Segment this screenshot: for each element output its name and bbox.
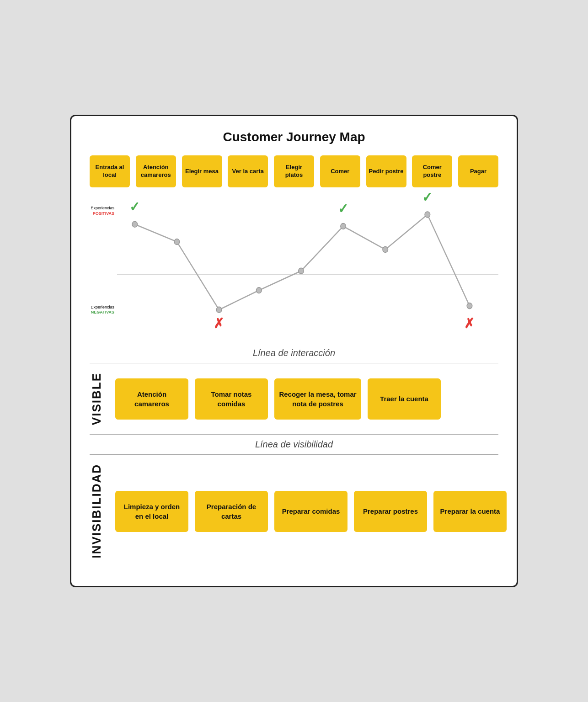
invisible-card-4: Preparar la cuenta [433,491,507,532]
chart-area: ✓ ✓ ✓ ✗ ✗ [117,187,498,343]
visible-card-3: Traer la cuenta [368,378,441,420]
svg-text:✗: ✗ [464,316,474,331]
stage-8: Pagar [458,155,498,187]
invisible-card-1: Preparación de cartas [195,491,268,532]
svg-point-8 [425,212,430,218]
stage-1: Atención camareros [136,155,176,187]
svg-point-7 [383,247,388,253]
svg-point-2 [174,239,180,245]
visibility-line-label: Línea de visibilidad [85,435,503,454]
visible-card-2: Recoger la mesa, tomar nota de postres [274,378,361,420]
invisible-cards-row: Limpieza y orden en el local Preparación… [115,491,507,532]
stage-2: Elegir mesa [182,155,222,187]
svg-point-1 [132,222,138,228]
stage-5: Comer [320,155,360,187]
stage-6: Pedir postre [366,155,406,187]
svg-point-3 [216,307,222,313]
interaction-line-label: Línea de interacción [85,343,503,363]
svg-point-9 [467,303,472,309]
visible-card-0: Atención camareros [115,378,188,420]
invisible-section: INVISIBILIDAD Limpieza y orden en el loc… [85,455,503,568]
positive-label: Experiencias POSITIVAS [90,206,117,216]
svg-point-6 [341,223,346,229]
svg-text:✓: ✓ [129,199,139,214]
stage-3: Ver la carta [228,155,268,187]
page-title: Customer Journey Map [85,130,503,144]
stage-0: Entrada al local [90,155,130,187]
negative-label: Experiencias NEGATIVAS [90,305,117,315]
page: Customer Journey Map Entrada al local At… [70,115,518,587]
invisible-card-0: Limpieza y orden en el local [115,491,188,532]
visible-section: VISIBLE Atención camareros Tomar notas c… [85,363,503,434]
svg-text:✓: ✓ [422,190,432,205]
svg-text:✓: ✓ [338,201,348,216]
stages-row: Entrada al local Atención camareros Eleg… [85,155,503,187]
journey-svg: ✓ ✓ ✓ ✗ ✗ [117,187,498,343]
chart-labels: Experiencias POSITIVAS Experiencias NEGA… [90,187,117,343]
invisible-card-3: Preparar postres [354,491,427,532]
visible-title: VISIBLE [90,372,108,425]
visible-card-1: Tomar notas comidas [195,378,268,420]
journey-chart: Experiencias POSITIVAS Experiencias NEGA… [90,187,498,343]
stage-7: Comer postre [412,155,452,187]
svg-text:✗: ✗ [214,316,224,331]
visible-cards-row: Atención camareros Tomar notas comidas R… [115,378,498,420]
stage-4: Elegir platos [274,155,314,187]
svg-point-4 [257,287,262,293]
svg-point-5 [299,268,304,274]
invisible-title: INVISIBILIDAD [90,464,108,558]
invisible-card-2: Preparar comidas [274,491,347,532]
